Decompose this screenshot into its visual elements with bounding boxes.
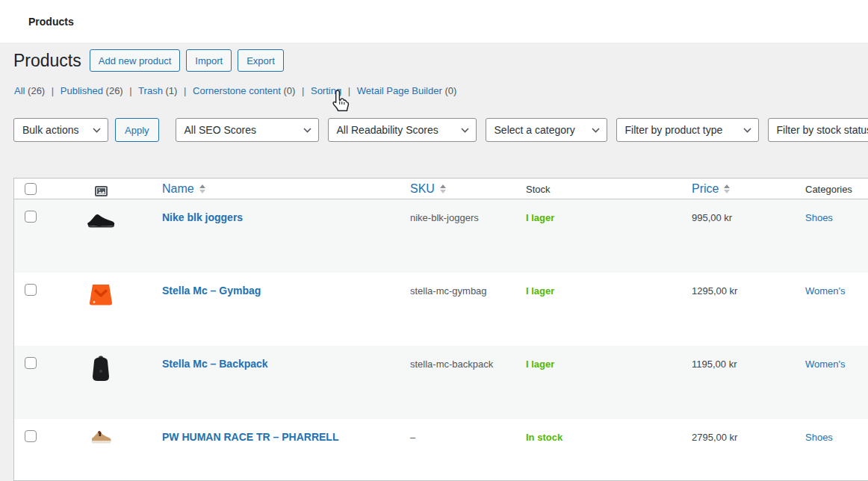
product-thumbnail[interactable]	[90, 356, 111, 419]
separator: |	[302, 85, 304, 96]
product-category-link[interactable]: Shoes	[805, 432, 833, 443]
table-header-row: Name SKU Stock Price Categorie	[14, 179, 868, 199]
product-name-link[interactable]: Stella Mc – Backpack	[162, 358, 268, 370]
view-links: All (26) | Published (26) | Trash (1) | …	[14, 85, 456, 96]
chevron-down-icon	[461, 128, 469, 133]
view-count: (26)	[28, 85, 45, 96]
page-title: Products	[13, 49, 81, 72]
product-sku: –	[410, 432, 415, 443]
readability-scores-label: All Readability Scores	[337, 124, 438, 136]
view-link-cornerstone-content[interactable]: Cornerstone content	[193, 85, 281, 96]
product-category-link[interactable]: Women's	[805, 359, 846, 370]
product-row: Nike blk joggers nike-blk-joggers I lage…	[14, 199, 868, 273]
sort-arrows-icon	[724, 184, 730, 193]
stock-status-badge: I lager	[526, 285, 554, 297]
price-header-label: Price	[692, 182, 719, 196]
row-checkbox[interactable]	[25, 284, 37, 296]
product-sku: stella-mc-backpack	[410, 359, 493, 370]
sort-by-price-header[interactable]: Price	[692, 182, 730, 196]
view-count: (26)	[106, 85, 123, 96]
product-type-label: Filter by product type	[625, 124, 723, 136]
breadcrumb: Products	[28, 16, 74, 28]
view-link-all[interactable]: All	[14, 85, 25, 96]
separator: |	[52, 85, 54, 96]
product-price: 1295,00 kr	[692, 285, 737, 297]
readability-scores-select[interactable]: All Readability Scores	[328, 118, 477, 142]
product-thumbnail[interactable]	[90, 429, 112, 481]
name-header-label: Name	[162, 182, 194, 196]
categories-header-label: Categories	[805, 184, 852, 195]
products-admin-page: Products Products Add new product Import…	[0, 0, 868, 481]
product-price: 995,00 kr	[692, 212, 732, 223]
view-link-trash[interactable]: Trash	[138, 85, 163, 96]
stock-status-badge: In stock	[526, 432, 562, 443]
separator: |	[184, 85, 186, 96]
view-link-published[interactable]: Published	[61, 85, 103, 96]
seo-scores-label: All SEO Scores	[185, 124, 256, 136]
chevron-down-icon	[303, 128, 311, 133]
top-bar: Products	[0, 0, 868, 43]
category-label: Select a category	[495, 124, 575, 136]
separator: |	[348, 85, 350, 96]
category-select[interactable]: Select a category	[486, 118, 607, 142]
separator: |	[129, 85, 131, 96]
apply-button[interactable]: Apply	[115, 118, 159, 142]
view-count: (1)	[165, 85, 177, 96]
seo-scores-select[interactable]: All SEO Scores	[176, 118, 319, 142]
stock-status-label: Filter by stock status	[777, 124, 868, 136]
sort-arrows-icon	[440, 184, 446, 193]
product-thumbnail[interactable]	[86, 209, 116, 273]
products-table: Name SKU Stock Price Categorie	[13, 178, 868, 481]
product-name-link[interactable]: Stella Mc – Gymbag	[162, 285, 261, 297]
product-name-link[interactable]: PW HUMAN RACE TR – PHARRELL	[162, 431, 338, 443]
row-checkbox[interactable]	[25, 211, 37, 223]
product-type-select[interactable]: Filter by product type	[616, 118, 759, 142]
sort-by-sku-header[interactable]: SKU	[410, 182, 446, 196]
sort-arrows-icon	[199, 184, 205, 193]
stock-status-select[interactable]: Filter by stock status	[768, 118, 868, 142]
image-icon	[95, 186, 108, 196]
stock-header-label: Stock	[526, 184, 551, 195]
image-column-header	[45, 181, 157, 196]
product-price: 1195,00 kr	[692, 359, 737, 370]
product-category-link[interactable]: Shoes	[805, 212, 833, 223]
table-body: Nike blk joggers nike-blk-joggers I lage…	[14, 199, 868, 481]
add-new-product-button[interactable]: Add new product	[90, 49, 181, 72]
filters-toolbar: Bulk actions Apply All SEO Scores All Re…	[13, 118, 868, 142]
sort-by-name-header[interactable]: Name	[162, 182, 205, 196]
product-price: 2795,00 kr	[692, 432, 737, 443]
view-link-wetail-page-builder[interactable]: Wetail Page Builder	[357, 85, 442, 96]
chevron-down-icon	[592, 128, 600, 133]
page-header: Products Add new product Import Export	[13, 49, 290, 72]
view-count: (0)	[283, 85, 295, 96]
product-name-link[interactable]: Nike blk joggers	[162, 211, 243, 223]
row-checkbox[interactable]	[25, 357, 37, 369]
select-all-checkbox[interactable]	[25, 183, 37, 195]
product-sku: stella-mc-gymbag	[410, 285, 487, 297]
stock-status-badge: I lager	[526, 359, 554, 370]
import-button[interactable]: Import	[186, 49, 232, 72]
product-category-link[interactable]: Women's	[805, 285, 846, 297]
row-checkbox[interactable]	[25, 430, 37, 442]
product-row: PW HUMAN RACE TR – PHARRELL – In stock 2…	[14, 419, 868, 481]
product-sku: nike-blk-joggers	[410, 212, 479, 223]
bulk-actions-select[interactable]: Bulk actions	[13, 118, 108, 142]
product-row: Stella Mc – Gymbag stella-mc-gymbag I la…	[14, 273, 868, 346]
chevron-down-icon	[743, 128, 751, 133]
view-count: (0)	[444, 85, 456, 96]
export-button[interactable]: Export	[238, 49, 284, 72]
chevron-down-icon	[93, 128, 101, 133]
view-link-sorting[interactable]: Sorting	[311, 85, 341, 96]
product-row: Stella Mc – Backpack stella-mc-backpack …	[14, 346, 868, 419]
product-thumbnail[interactable]	[88, 282, 114, 346]
bulk-actions-label: Bulk actions	[22, 124, 78, 136]
stock-status-badge: I lager	[526, 212, 554, 223]
sku-header-label: SKU	[410, 182, 435, 196]
